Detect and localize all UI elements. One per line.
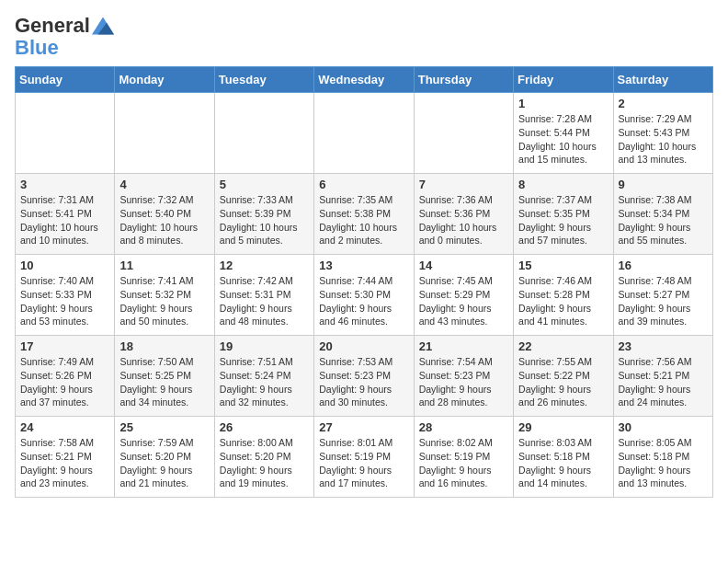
day-info: Sunrise: 8:03 AM Sunset: 5:18 PM Dayligh… (518, 436, 608, 490)
day-info: Sunrise: 7:58 AM Sunset: 5:21 PM Dayligh… (20, 436, 109, 490)
calendar-cell: 10Sunrise: 7:40 AM Sunset: 5:33 PM Dayli… (16, 255, 115, 336)
day-number: 3 (20, 178, 109, 191)
calendar-cell (214, 93, 313, 174)
day-number: 18 (119, 339, 209, 353)
day-number: 21 (419, 339, 508, 353)
calendar-cell: 16Sunrise: 7:48 AM Sunset: 5:27 PM Dayli… (613, 255, 712, 336)
day-number: 15 (518, 259, 608, 272)
calendar-cell: 24Sunrise: 7:58 AM Sunset: 5:21 PM Dayli… (16, 417, 115, 498)
calendar-cell (314, 93, 414, 174)
day-info: Sunrise: 7:53 AM Sunset: 5:23 PM Dayligh… (319, 355, 408, 409)
day-info: Sunrise: 7:45 AM Sunset: 5:29 PM Dayligh… (419, 274, 508, 328)
logo-text: General (15, 15, 90, 37)
calendar-header-wednesday: Wednesday (314, 67, 414, 93)
day-number: 9 (619, 178, 708, 191)
calendar-header-monday: Monday (115, 67, 214, 93)
calendar-header-thursday: Thursday (414, 67, 513, 93)
day-number: 27 (319, 420, 408, 434)
day-info: Sunrise: 7:49 AM Sunset: 5:26 PM Dayligh… (20, 355, 109, 409)
day-info: Sunrise: 7:50 AM Sunset: 5:25 PM Dayligh… (119, 355, 209, 409)
day-info: Sunrise: 7:40 AM Sunset: 5:33 PM Dayligh… (20, 274, 109, 328)
calendar-cell: 1Sunrise: 7:28 AM Sunset: 5:44 PM Daylig… (514, 93, 613, 174)
calendar-cell: 9Sunrise: 7:38 AM Sunset: 5:34 PM Daylig… (613, 174, 712, 255)
calendar-cell: 7Sunrise: 7:36 AM Sunset: 5:36 PM Daylig… (414, 174, 513, 255)
day-info: Sunrise: 7:37 AM Sunset: 5:35 PM Dayligh… (518, 193, 608, 247)
day-info: Sunrise: 7:51 AM Sunset: 5:24 PM Dayligh… (220, 355, 309, 409)
calendar-cell: 23Sunrise: 7:56 AM Sunset: 5:21 PM Dayli… (613, 336, 712, 417)
calendar-cell: 14Sunrise: 7:45 AM Sunset: 5:29 PM Dayli… (414, 255, 513, 336)
calendar-cell: 5Sunrise: 7:33 AM Sunset: 5:39 PM Daylig… (214, 174, 313, 255)
day-info: Sunrise: 7:42 AM Sunset: 5:31 PM Dayligh… (220, 274, 309, 328)
day-number: 8 (518, 178, 608, 191)
calendar-cell: 13Sunrise: 7:44 AM Sunset: 5:30 PM Dayli… (314, 255, 414, 336)
day-info: Sunrise: 7:56 AM Sunset: 5:21 PM Dayligh… (619, 355, 708, 409)
calendar-cell: 27Sunrise: 8:01 AM Sunset: 5:19 PM Dayli… (314, 417, 414, 498)
day-number: 2 (619, 97, 708, 110)
day-number: 1 (518, 97, 608, 110)
calendar-cell: 15Sunrise: 7:46 AM Sunset: 5:28 PM Dayli… (514, 255, 613, 336)
day-number: 5 (220, 178, 309, 191)
day-info: Sunrise: 7:46 AM Sunset: 5:28 PM Dayligh… (518, 274, 608, 328)
day-number: 19 (220, 339, 309, 353)
day-info: Sunrise: 7:29 AM Sunset: 5:43 PM Dayligh… (619, 112, 708, 167)
day-info: Sunrise: 7:38 AM Sunset: 5:34 PM Dayligh… (619, 193, 708, 247)
day-info: Sunrise: 7:55 AM Sunset: 5:22 PM Dayligh… (518, 355, 608, 409)
day-number: 12 (220, 259, 309, 272)
logo: General Blue (15, 15, 118, 59)
day-number: 6 (319, 178, 408, 191)
day-number: 17 (20, 339, 109, 353)
day-number: 22 (518, 339, 608, 353)
day-info: Sunrise: 8:05 AM Sunset: 5:18 PM Dayligh… (619, 436, 708, 490)
calendar-cell: 17Sunrise: 7:49 AM Sunset: 5:26 PM Dayli… (16, 336, 115, 417)
calendar-cell: 3Sunrise: 7:31 AM Sunset: 5:41 PM Daylig… (16, 174, 115, 255)
day-info: Sunrise: 7:32 AM Sunset: 5:40 PM Dayligh… (119, 193, 209, 247)
day-info: Sunrise: 7:35 AM Sunset: 5:38 PM Dayligh… (319, 193, 408, 247)
day-info: Sunrise: 7:54 AM Sunset: 5:23 PM Dayligh… (419, 355, 508, 409)
calendar-week-row: 24Sunrise: 7:58 AM Sunset: 5:21 PM Dayli… (16, 417, 713, 498)
calendar-header-sunday: Sunday (16, 67, 115, 93)
day-number: 26 (220, 420, 309, 434)
day-info: Sunrise: 8:00 AM Sunset: 5:20 PM Dayligh… (220, 436, 309, 490)
day-info: Sunrise: 7:36 AM Sunset: 5:36 PM Dayligh… (419, 193, 508, 247)
day-number: 28 (419, 420, 508, 434)
day-number: 13 (319, 259, 408, 272)
calendar-week-row: 1Sunrise: 7:28 AM Sunset: 5:44 PM Daylig… (16, 93, 713, 174)
day-number: 20 (319, 339, 408, 353)
logo-icon (92, 17, 114, 35)
calendar-cell: 18Sunrise: 7:50 AM Sunset: 5:25 PM Dayli… (115, 336, 214, 417)
calendar-cell: 25Sunrise: 7:59 AM Sunset: 5:20 PM Dayli… (115, 417, 214, 498)
day-info: Sunrise: 8:02 AM Sunset: 5:19 PM Dayligh… (419, 436, 508, 490)
day-info: Sunrise: 8:01 AM Sunset: 5:19 PM Dayligh… (319, 436, 408, 490)
calendar-cell: 8Sunrise: 7:37 AM Sunset: 5:35 PM Daylig… (514, 174, 613, 255)
calendar-cell: 22Sunrise: 7:55 AM Sunset: 5:22 PM Dayli… (514, 336, 613, 417)
day-number: 29 (518, 420, 608, 434)
calendar-cell: 2Sunrise: 7:29 AM Sunset: 5:43 PM Daylig… (613, 93, 712, 174)
day-number: 11 (119, 259, 209, 272)
day-info: Sunrise: 7:33 AM Sunset: 5:39 PM Dayligh… (220, 193, 309, 247)
day-info: Sunrise: 7:44 AM Sunset: 5:30 PM Dayligh… (319, 274, 408, 328)
day-number: 4 (119, 178, 209, 191)
day-number: 16 (619, 259, 708, 272)
calendar-header-saturday: Saturday (613, 67, 712, 93)
logo-blue-text: Blue (15, 37, 59, 59)
calendar-cell (414, 93, 513, 174)
calendar-cell: 20Sunrise: 7:53 AM Sunset: 5:23 PM Dayli… (314, 336, 414, 417)
calendar-cell: 30Sunrise: 8:05 AM Sunset: 5:18 PM Dayli… (613, 417, 712, 498)
calendar-week-row: 10Sunrise: 7:40 AM Sunset: 5:33 PM Dayli… (16, 255, 713, 336)
day-number: 24 (20, 420, 109, 434)
day-number: 7 (419, 178, 508, 191)
calendar-header-tuesday: Tuesday (214, 67, 313, 93)
calendar-week-row: 17Sunrise: 7:49 AM Sunset: 5:26 PM Dayli… (16, 336, 713, 417)
calendar-cell: 6Sunrise: 7:35 AM Sunset: 5:38 PM Daylig… (314, 174, 414, 255)
day-info: Sunrise: 7:28 AM Sunset: 5:44 PM Dayligh… (518, 112, 608, 167)
calendar-header-row: SundayMondayTuesdayWednesdayThursdayFrid… (16, 67, 713, 93)
calendar-cell: 4Sunrise: 7:32 AM Sunset: 5:40 PM Daylig… (115, 174, 214, 255)
calendar-cell (16, 93, 115, 174)
calendar-cell: 21Sunrise: 7:54 AM Sunset: 5:23 PM Dayli… (414, 336, 513, 417)
day-info: Sunrise: 7:48 AM Sunset: 5:27 PM Dayligh… (619, 274, 708, 328)
day-info: Sunrise: 7:59 AM Sunset: 5:20 PM Dayligh… (119, 436, 209, 490)
day-info: Sunrise: 7:31 AM Sunset: 5:41 PM Dayligh… (20, 193, 109, 247)
calendar-table: SundayMondayTuesdayWednesdayThursdayFrid… (15, 66, 713, 498)
calendar-cell: 29Sunrise: 8:03 AM Sunset: 5:18 PM Dayli… (514, 417, 613, 498)
day-number: 14 (419, 259, 508, 272)
